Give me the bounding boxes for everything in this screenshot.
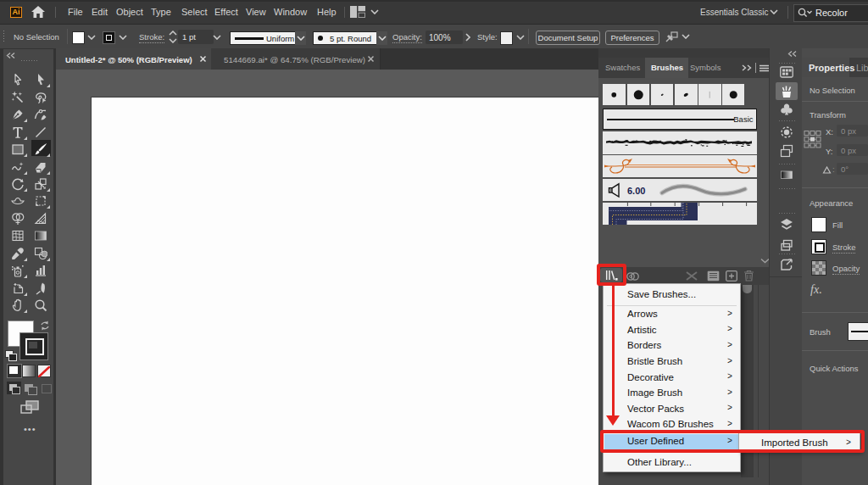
svg-text:6.00: 6.00 [627, 185, 645, 195]
